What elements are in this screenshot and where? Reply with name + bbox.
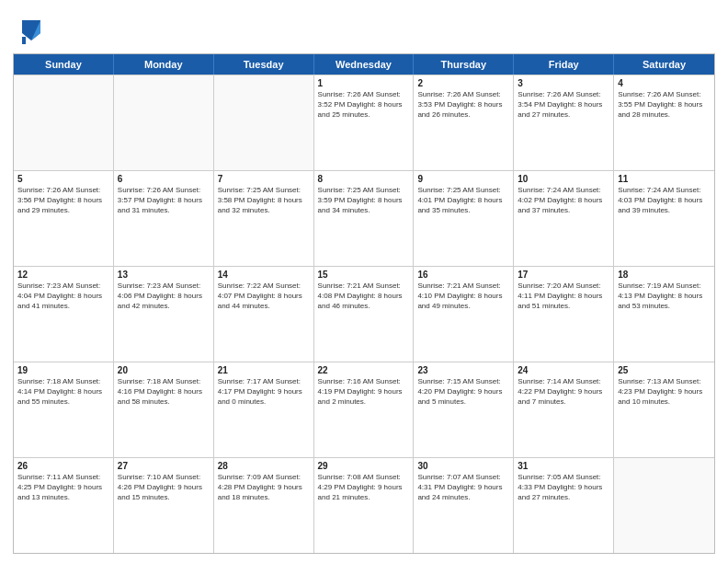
day-number: 14 [218, 270, 310, 280]
day-content: Sunrise: 7:21 AM Sunset: 4:08 PM Dayligh… [318, 282, 410, 311]
calendar-cell: 8Sunrise: 7:25 AM Sunset: 3:59 PM Daylig… [314, 171, 415, 266]
day-number: 19 [17, 365, 109, 375]
day-content: Sunrise: 7:05 AM Sunset: 4:33 PM Dayligh… [518, 473, 609, 502]
calendar-header-thursday: Thursday [414, 54, 514, 75]
calendar-week-4: 19Sunrise: 7:18 AM Sunset: 4:14 PM Dayli… [14, 362, 714, 457]
day-content: Sunrise: 7:20 AM Sunset: 4:11 PM Dayligh… [518, 282, 609, 311]
day-content: Sunrise: 7:07 AM Sunset: 4:31 PM Dayligh… [417, 473, 509, 502]
day-content: Sunrise: 7:25 AM Sunset: 3:59 PM Dayligh… [318, 186, 410, 215]
day-number: 17 [518, 270, 609, 280]
page: SundayMondayTuesdayWednesdayThursdayFrid… [0, 0, 728, 563]
day-content: Sunrise: 7:26 AM Sunset: 3:53 PM Dayligh… [417, 90, 509, 120]
day-number: 18 [618, 270, 711, 280]
day-number: 1 [318, 78, 410, 88]
day-number: 15 [318, 270, 410, 280]
day-content: Sunrise: 7:21 AM Sunset: 4:10 PM Dayligh… [417, 282, 509, 311]
day-content: Sunrise: 7:19 AM Sunset: 4:13 PM Dayligh… [618, 282, 711, 311]
day-number: 28 [218, 461, 310, 471]
calendar-cell: 7Sunrise: 7:25 AM Sunset: 3:58 PM Daylig… [214, 171, 314, 266]
day-number: 11 [618, 174, 711, 184]
logo [13, 13, 51, 48]
day-number: 5 [17, 174, 109, 184]
day-content: Sunrise: 7:26 AM Sunset: 3:55 PM Dayligh… [618, 90, 711, 120]
day-number: 9 [417, 174, 509, 184]
day-number: 13 [118, 270, 210, 280]
day-number: 16 [417, 270, 509, 280]
calendar-cell: 19Sunrise: 7:18 AM Sunset: 4:14 PM Dayli… [14, 362, 114, 457]
calendar-cell: 2Sunrise: 7:26 AM Sunset: 3:53 PM Daylig… [414, 75, 514, 170]
calendar-header-monday: Monday [114, 54, 214, 75]
calendar-cell: 24Sunrise: 7:14 AM Sunset: 4:22 PM Dayli… [514, 362, 614, 457]
day-number: 25 [618, 365, 711, 375]
day-number: 3 [518, 78, 609, 88]
calendar-cell [14, 75, 114, 170]
day-content: Sunrise: 7:13 AM Sunset: 4:23 PM Dayligh… [618, 377, 711, 407]
day-content: Sunrise: 7:23 AM Sunset: 4:06 PM Dayligh… [118, 282, 210, 311]
day-number: 23 [417, 365, 509, 375]
logo-icon [13, 13, 48, 48]
calendar-cell: 6Sunrise: 7:26 AM Sunset: 3:57 PM Daylig… [114, 171, 214, 266]
day-number: 21 [218, 365, 310, 375]
day-content: Sunrise: 7:08 AM Sunset: 4:29 PM Dayligh… [318, 473, 410, 502]
header [13, 9, 715, 48]
calendar-cell: 9Sunrise: 7:25 AM Sunset: 4:01 PM Daylig… [414, 171, 514, 266]
calendar-header-saturday: Saturday [614, 54, 714, 75]
calendar-header: SundayMondayTuesdayWednesdayThursdayFrid… [14, 54, 714, 75]
day-content: Sunrise: 7:24 AM Sunset: 4:02 PM Dayligh… [518, 186, 609, 215]
calendar-cell: 30Sunrise: 7:07 AM Sunset: 4:31 PM Dayli… [414, 458, 514, 553]
calendar-week-5: 26Sunrise: 7:11 AM Sunset: 4:25 PM Dayli… [14, 457, 714, 553]
day-number: 26 [17, 461, 109, 471]
day-number: 7 [218, 174, 310, 184]
calendar-week-2: 5Sunrise: 7:26 AM Sunset: 3:56 PM Daylig… [14, 170, 714, 266]
day-number: 31 [518, 461, 609, 471]
calendar-header-friday: Friday [514, 54, 614, 75]
day-number: 6 [118, 174, 210, 184]
calendar-cell: 23Sunrise: 7:15 AM Sunset: 4:20 PM Dayli… [414, 362, 514, 457]
day-number: 24 [518, 365, 609, 375]
svg-rect-2 [22, 37, 26, 44]
day-content: Sunrise: 7:26 AM Sunset: 3:52 PM Dayligh… [318, 90, 410, 120]
day-content: Sunrise: 7:23 AM Sunset: 4:04 PM Dayligh… [17, 282, 109, 311]
calendar-cell: 5Sunrise: 7:26 AM Sunset: 3:56 PM Daylig… [14, 171, 114, 266]
calendar-cell: 4Sunrise: 7:26 AM Sunset: 3:55 PM Daylig… [614, 75, 714, 170]
calendar-cell [614, 458, 714, 553]
day-content: Sunrise: 7:26 AM Sunset: 3:54 PM Dayligh… [518, 90, 609, 120]
day-content: Sunrise: 7:11 AM Sunset: 4:25 PM Dayligh… [17, 473, 109, 502]
day-content: Sunrise: 7:09 AM Sunset: 4:28 PM Dayligh… [218, 473, 310, 502]
day-number: 22 [318, 365, 410, 375]
day-content: Sunrise: 7:25 AM Sunset: 3:58 PM Dayligh… [218, 186, 310, 215]
calendar-cell: 10Sunrise: 7:24 AM Sunset: 4:02 PM Dayli… [514, 171, 614, 266]
calendar-cell: 17Sunrise: 7:20 AM Sunset: 4:11 PM Dayli… [514, 267, 614, 362]
day-number: 27 [118, 461, 210, 471]
calendar-cell: 29Sunrise: 7:08 AM Sunset: 4:29 PM Dayli… [314, 458, 415, 553]
calendar-cell: 16Sunrise: 7:21 AM Sunset: 4:10 PM Dayli… [414, 267, 514, 362]
day-number: 2 [417, 78, 509, 88]
calendar-cell: 15Sunrise: 7:21 AM Sunset: 4:08 PM Dayli… [314, 267, 415, 362]
calendar-cell: 26Sunrise: 7:11 AM Sunset: 4:25 PM Dayli… [14, 458, 114, 553]
calendar-cell: 13Sunrise: 7:23 AM Sunset: 4:06 PM Dayli… [114, 267, 214, 362]
calendar-week-1: 1Sunrise: 7:26 AM Sunset: 3:52 PM Daylig… [14, 75, 714, 170]
day-content: Sunrise: 7:16 AM Sunset: 4:19 PM Dayligh… [318, 377, 410, 407]
calendar-cell: 20Sunrise: 7:18 AM Sunset: 4:16 PM Dayli… [114, 362, 214, 457]
day-content: Sunrise: 7:18 AM Sunset: 4:16 PM Dayligh… [118, 377, 210, 407]
calendar-header-sunday: Sunday [14, 54, 114, 75]
calendar-cell: 3Sunrise: 7:26 AM Sunset: 3:54 PM Daylig… [514, 75, 614, 170]
calendar-cell [114, 75, 214, 170]
day-content: Sunrise: 7:26 AM Sunset: 3:57 PM Dayligh… [118, 186, 210, 215]
calendar-cell [214, 75, 314, 170]
day-number: 30 [417, 461, 509, 471]
calendar-body: 1Sunrise: 7:26 AM Sunset: 3:52 PM Daylig… [14, 75, 714, 553]
calendar-cell: 27Sunrise: 7:10 AM Sunset: 4:26 PM Dayli… [114, 458, 214, 553]
calendar-cell: 28Sunrise: 7:09 AM Sunset: 4:28 PM Dayli… [214, 458, 314, 553]
day-content: Sunrise: 7:24 AM Sunset: 4:03 PM Dayligh… [618, 186, 711, 215]
day-content: Sunrise: 7:22 AM Sunset: 4:07 PM Dayligh… [218, 282, 310, 311]
calendar-header-tuesday: Tuesday [214, 54, 314, 75]
day-number: 4 [618, 78, 711, 88]
calendar-week-3: 12Sunrise: 7:23 AM Sunset: 4:04 PM Dayli… [14, 266, 714, 362]
day-number: 12 [17, 270, 109, 280]
day-content: Sunrise: 7:26 AM Sunset: 3:56 PM Dayligh… [17, 186, 109, 215]
calendar-cell: 18Sunrise: 7:19 AM Sunset: 4:13 PM Dayli… [614, 267, 714, 362]
day-number: 20 [118, 365, 210, 375]
day-content: Sunrise: 7:14 AM Sunset: 4:22 PM Dayligh… [518, 377, 609, 407]
calendar-cell: 22Sunrise: 7:16 AM Sunset: 4:19 PM Dayli… [314, 362, 415, 457]
